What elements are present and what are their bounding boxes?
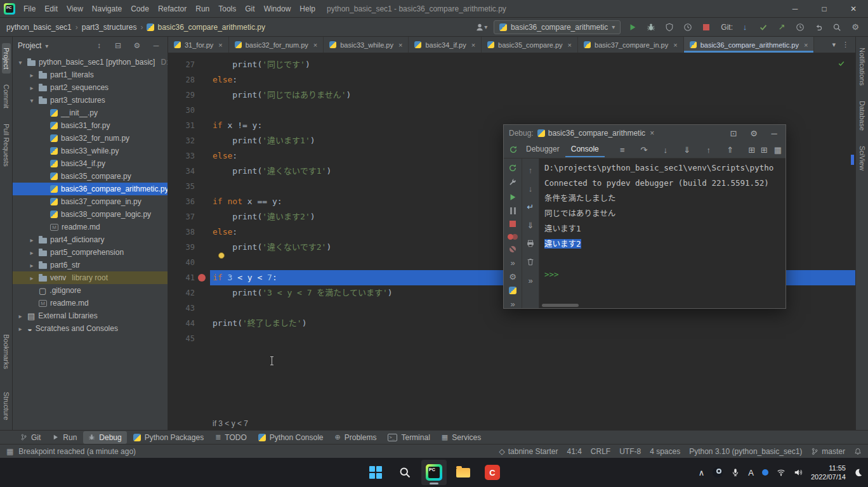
toolwindow-button-python-packages[interactable]: Python Packages	[128, 431, 209, 444]
project-tree-item[interactable]: Mreadme.md	[13, 221, 168, 233]
hidden-actions-button[interactable]: »	[506, 300, 519, 308]
toolwindow-button-run[interactable]: Run	[47, 431, 82, 444]
editor-tab[interactable]: basic34_if.py×	[409, 37, 482, 53]
project-tree-item[interactable]: ▸part6_str	[13, 259, 168, 271]
chevron-down-icon[interactable]: ▾	[45, 42, 48, 49]
toolwindow-button-terminal[interactable]: >_Terminal	[383, 431, 435, 444]
intention-bulb-icon[interactable]	[218, 252, 225, 259]
toolwindow-button-python-console[interactable]: Python Console	[253, 431, 329, 444]
line-number[interactable]: 33	[168, 148, 195, 164]
line-number[interactable]: 27	[168, 57, 195, 72]
project-tree-item[interactable]: basic31_for.py	[13, 119, 168, 132]
step-into-my-code-button[interactable]: ⇓	[681, 143, 694, 156]
project-panel-title[interactable]: Project	[18, 41, 41, 50]
taskbar-search-button[interactable]	[392, 460, 418, 485]
menu-refactor[interactable]: Refactor	[154, 3, 191, 15]
project-tree-item[interactable]: ▸part1_literals	[13, 68, 168, 81]
toolwindow-button-problems[interactable]: ⊕Problems	[330, 431, 382, 444]
tab-close-icon[interactable]: ×	[218, 41, 222, 49]
settings-button[interactable]: ⚙	[506, 273, 519, 281]
project-tree-item[interactable]: ▢.gitignore	[13, 284, 168, 297]
editor-tab[interactable]: basic36_compare_arithmetic.py×	[684, 37, 815, 53]
project-tree-item[interactable]: ▸part5_comprehension	[13, 246, 168, 259]
status-item-master[interactable]: master	[811, 447, 845, 456]
settings-button[interactable]: ⚙	[849, 21, 862, 34]
soft-wrap-button[interactable]: ↵	[524, 200, 537, 213]
stop-button[interactable]	[700, 21, 713, 34]
tab-close-icon[interactable]: ×	[673, 41, 677, 49]
stripe-item-commit[interactable]: Commit	[2, 80, 11, 113]
status-item-crlf[interactable]: CRLF	[591, 447, 610, 456]
project-tree-item[interactable]: basic32_for_num.py	[13, 132, 168, 145]
debug-tab-console[interactable]: Console	[565, 142, 605, 157]
run-button[interactable]	[626, 21, 639, 34]
hidden-tabs-button[interactable]: ▾	[832, 41, 836, 49]
step-out-button[interactable]: ↑	[702, 143, 715, 156]
build-button[interactable]	[506, 178, 519, 187]
commit-button[interactable]	[757, 21, 770, 34]
tab-close-icon[interactable]: ×	[313, 41, 317, 49]
menu-window[interactable]: Window	[260, 3, 296, 15]
project-tree-item[interactable]: ▸venvlibrary root	[13, 271, 168, 284]
code-text[interactable]	[210, 331, 855, 346]
profiler-button[interactable]	[681, 21, 694, 34]
tree-chevron-right-icon[interactable]: ▸	[28, 84, 36, 91]
taskbar-clock[interactable]: 11:55 2022/07/14	[811, 464, 846, 481]
menu-tools[interactable]: Tools	[214, 3, 240, 15]
tab-close-icon[interactable]: ×	[471, 41, 475, 49]
mute-breakpoints-button[interactable]	[506, 246, 519, 253]
line-number[interactable]: 30	[168, 103, 195, 118]
scroll-to-end-button[interactable]: ⇓	[524, 219, 537, 231]
run-with-coverage-button[interactable]	[663, 21, 676, 34]
line-number[interactable]: 38	[168, 224, 195, 240]
project-tree-item[interactable]: basic36_compare_arithmetic.py	[13, 183, 168, 195]
taskbar-start-button[interactable]	[363, 460, 388, 485]
line-number[interactable]: 44	[168, 316, 195, 331]
editor-tab[interactable]: basic35_compare.py×	[482, 37, 578, 53]
menu-help[interactable]: Help	[295, 3, 320, 15]
tree-chevron-right-icon[interactable]: ▸	[16, 325, 24, 332]
menu-navigate[interactable]: Navigate	[88, 3, 126, 15]
rerun-debug-button[interactable]	[509, 143, 518, 156]
project-tree-item[interactable]: basic35_compare.py	[13, 170, 168, 183]
tray-microphone-button[interactable]	[731, 468, 740, 477]
code-text[interactable]	[210, 103, 855, 118]
status-message[interactable]: Breakpoint reached (a minute ago)	[18, 447, 136, 456]
project-tree-item[interactable]: Mreadme.md	[13, 297, 168, 309]
print-button[interactable]	[524, 237, 537, 250]
breadcrumb-item[interactable]: basic36_compare_arithmetic.py	[147, 23, 265, 32]
prev-occurrence-button[interactable]: ↑	[524, 164, 537, 176]
code-text[interactable]: else:	[210, 72, 855, 88]
clear-all-button[interactable]	[524, 256, 537, 268]
view-options-button[interactable]: ≡	[616, 143, 629, 156]
code-text[interactable]: print('同じではありません')	[210, 88, 855, 103]
menu-file[interactable]: File	[19, 3, 40, 15]
run-to-cursor-button[interactable]: ⇑	[724, 143, 737, 156]
toolwindow-button-git[interactable]: Git	[15, 431, 46, 444]
debug-session-tab[interactable]: basic36_compare_arithmetic ×	[537, 129, 654, 138]
line-number[interactable]: 42	[168, 285, 195, 301]
editor-tab[interactable]: basic33_while.py×	[324, 37, 409, 53]
line-number[interactable]: 41	[168, 270, 195, 285]
step-over-button[interactable]: ↷	[638, 143, 650, 156]
tree-chevron-right-icon[interactable]: ▸	[28, 237, 36, 244]
update-project-button[interactable]: ↓	[739, 21, 751, 34]
project-tree-item[interactable]: basic34_if.py	[13, 157, 168, 170]
stripe-item-notifications[interactable]: Notifications	[858, 43, 867, 90]
tray-ime-button[interactable]: A	[748, 469, 754, 477]
editor-tab[interactable]: basic37_compare_in.py×	[578, 37, 684, 53]
project-tree-item[interactable]: basic37_compare_in.py	[13, 195, 168, 208]
line-number[interactable]: 34	[168, 164, 195, 179]
line-number[interactable]: 28	[168, 72, 195, 88]
status-item-utf8[interactable]: UTF-8	[619, 447, 641, 456]
menu-run[interactable]: Run	[191, 3, 214, 15]
editor-tab[interactable]: basic32_for_num.py×	[229, 37, 324, 53]
search-everywhere-button[interactable]	[831, 21, 843, 34]
console-layout-icon[interactable]: ▦	[774, 146, 782, 154]
line-number[interactable]: 39	[168, 240, 195, 255]
status-item-python[interactable]: Python 3.10 (python_basic_sec1)	[689, 447, 802, 456]
menu-git[interactable]: Git	[240, 3, 259, 15]
minimize-button[interactable]: ─	[780, 0, 810, 18]
status-item[interactable]	[854, 448, 862, 455]
hide-button[interactable]: ─	[768, 127, 780, 140]
